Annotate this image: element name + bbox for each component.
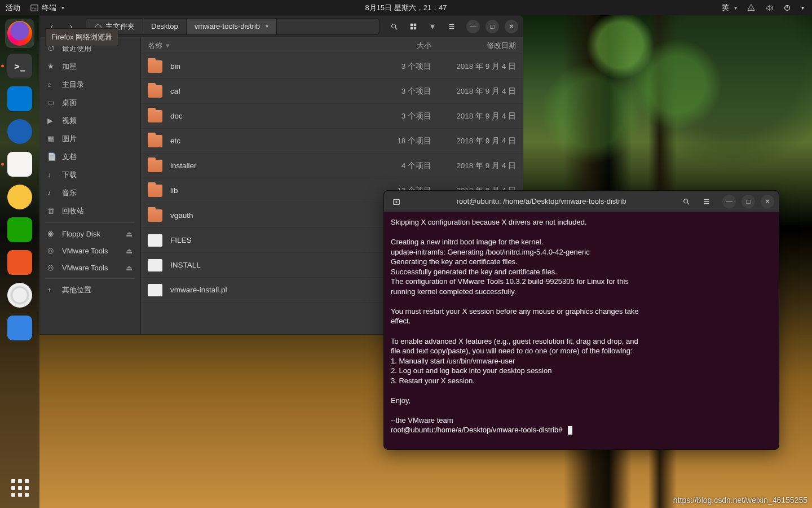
crumb-current[interactable]: vmware-tools-distrib▾ <box>187 19 277 34</box>
sidebar-item[interactable]: ↓下载 <box>39 166 140 184</box>
eject-icon[interactable]: ⏏ <box>126 230 133 238</box>
active-app-menu[interactable]: 终端 <box>30 3 64 13</box>
view-options-button[interactable]: ▾ <box>425 19 440 34</box>
top-bar: 活动 终端 8月15日 星期六，21：47 英 ▾ <box>0 0 812 15</box>
folder-icon <box>148 60 162 73</box>
col-size-header[interactable]: 大小 <box>375 41 431 51</box>
file-date: 2018 年 9 月 4 日 <box>431 161 516 171</box>
input-method[interactable]: 英 <box>722 3 737 13</box>
terminal-headerbar: root@ubuntu: /home/a/Desktop/vmware-tool… <box>384 191 779 212</box>
places-sidebar: ⏱最近使用★加星⌂主目录▭桌面▶视频▦图片📄文档↓下载♪音乐🗑回收站◉Flopp… <box>39 37 141 334</box>
terminal-minimize-button[interactable]: — <box>722 195 736 208</box>
dock-thunderbird[interactable] <box>5 117 34 146</box>
file-name: lib <box>170 186 375 195</box>
home-icon: ⌂ <box>47 80 56 89</box>
sidebar-item[interactable]: ▶视频 <box>39 112 140 130</box>
system-menu-chevron[interactable]: ▾ <box>801 5 804 11</box>
file-row[interactable]: bin3 个项目2018 年 9 月 4 日 <box>141 54 523 79</box>
terminal-close-button[interactable]: ✕ <box>761 195 774 208</box>
trash-icon: 🗑 <box>47 207 56 216</box>
file-size: 4 个项目 <box>375 161 431 171</box>
search-icon <box>682 198 690 205</box>
sidebar-item-label: 桌面 <box>62 98 77 108</box>
sidebar-item[interactable]: ▦图片 <box>39 130 140 148</box>
svg-point-1 <box>751 8 752 9</box>
dock-firefox[interactable] <box>5 19 34 48</box>
folder-icon <box>148 209 162 222</box>
file-size: 18 个项目 <box>375 136 431 146</box>
svg-rect-6 <box>411 27 413 29</box>
sidebar-item[interactable]: 🗑回收站 <box>39 202 140 220</box>
volume-icon[interactable] <box>765 4 773 12</box>
sidebar-item-label: VMware Tools <box>62 264 108 272</box>
dock-writer[interactable] <box>5 215 34 244</box>
window-maximize-button[interactable]: □ <box>486 20 499 33</box>
network-icon[interactable] <box>747 4 755 12</box>
sidebar-item-label: 文档 <box>62 152 77 162</box>
file-row[interactable]: installer4 个项目2018 年 9 月 4 日 <box>141 154 523 178</box>
terminal-menu-button[interactable] <box>699 194 714 209</box>
cd-icon: ◎ <box>47 246 56 255</box>
dock-show-apps[interactable] <box>5 473 34 502</box>
file-name: doc <box>170 112 375 120</box>
sidebar-item[interactable]: ◎VMware Tools⏏ <box>39 242 140 259</box>
eject-icon[interactable]: ⏏ <box>126 264 133 272</box>
crumb-desktop[interactable]: Desktop <box>143 19 187 34</box>
sidebar-item-label: 主目录 <box>62 80 84 90</box>
col-date-header[interactable]: 修改日期 <box>431 41 516 51</box>
dock-save[interactable] <box>5 313 34 343</box>
doc-icon: 📄 <box>47 152 56 161</box>
terminal-newtab-button[interactable] <box>389 194 404 209</box>
file-date: 2018 年 9 月 4 日 <box>431 111 516 121</box>
search-button[interactable] <box>386 19 402 34</box>
file-name: INSTALL <box>170 261 375 269</box>
dock-terminal[interactable]: >_ <box>5 51 34 81</box>
grid-icon <box>409 23 417 30</box>
window-close-button[interactable]: ✕ <box>505 20 518 33</box>
sidebar-item[interactable]: ▭桌面 <box>39 94 140 112</box>
view-grid-button[interactable] <box>405 19 421 34</box>
dock-rhythmbox[interactable] <box>5 182 34 212</box>
file-row[interactable]: doc3 个项目2018 年 9 月 4 日 <box>141 104 523 129</box>
folder-icon <box>148 110 162 122</box>
file-row[interactable]: etc18 个项目2018 年 9 月 4 日 <box>141 129 523 154</box>
sidebar-item-label: 其他位置 <box>62 285 91 295</box>
terminal-search-button[interactable] <box>678 194 694 209</box>
eject-icon[interactable]: ⏏ <box>126 247 133 255</box>
sidebar-item[interactable]: ◎VMware Tools⏏ <box>39 259 140 276</box>
file-size: 3 个项目 <box>375 111 431 121</box>
sidebar-item[interactable]: ★加星 <box>39 58 140 76</box>
terminal-maximize-button[interactable]: □ <box>742 195 755 208</box>
file-row[interactable]: caf3 个项目2018 年 9 月 4 日 <box>141 79 523 104</box>
col-name-header[interactable]: 名称 <box>148 41 162 51</box>
dock-vscode[interactable] <box>5 84 34 113</box>
file-name: vmware-install.pl <box>170 286 375 294</box>
folder-icon <box>148 85 162 98</box>
power-icon[interactable] <box>783 4 791 12</box>
file-name: caf <box>170 87 375 95</box>
sidebar-item-label: Floppy Disk <box>62 230 100 238</box>
newtab-icon <box>392 198 400 205</box>
sidebar-item[interactable]: ⌂主目录 <box>39 76 140 94</box>
file-name: bin <box>170 62 375 71</box>
sidebar-item-label: 视频 <box>62 116 77 126</box>
active-app-label: 终端 <box>42 3 56 13</box>
sidebar-item[interactable]: ♪音乐 <box>39 184 140 202</box>
sidebar-item[interactable]: 📄文档 <box>39 148 140 166</box>
dock-dvd[interactable] <box>5 281 34 310</box>
image-icon: ▦ <box>47 134 56 143</box>
download-icon: ↓ <box>47 170 56 179</box>
sidebar-item[interactable]: +其他位置 <box>39 281 140 299</box>
sidebar-item[interactable]: ◉Floppy Disk⏏ <box>39 225 140 242</box>
dock-files[interactable] <box>5 150 34 179</box>
folder-icon <box>148 185 162 197</box>
terminal-output[interactable]: Skipping X configuration because X drive… <box>384 212 779 449</box>
clock[interactable]: 8月15日 星期六，21：47 <box>365 3 447 13</box>
hamburger-button[interactable] <box>444 19 460 34</box>
window-minimize-button[interactable]: — <box>466 20 480 33</box>
file-icon <box>148 234 162 247</box>
svg-rect-0 <box>31 5 38 11</box>
activities-button[interactable]: 活动 <box>6 3 20 13</box>
file-name: FILES <box>170 236 375 244</box>
dock-software[interactable] <box>5 248 34 277</box>
